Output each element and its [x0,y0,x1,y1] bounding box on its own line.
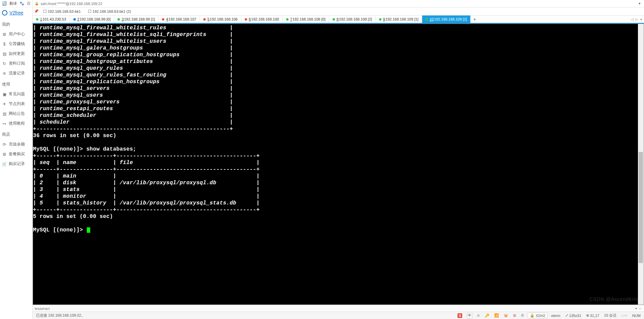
status-net-icon[interactable]: 📶 [493,313,500,318]
terminal-scrollbar[interactable] [638,24,644,305]
status-ime-s[interactable]: S [456,313,464,318]
connection-tab[interactable]: 5 192.168.168.106 [200,15,241,23]
status-gear-icon[interactable]: ⚙ [519,313,526,318]
address-text: ssh://root:******@192.168.168.109:22 [41,2,635,6]
sidebar-section-title: 商店 [0,128,32,139]
connection-status-dot-icon [245,18,247,21]
sidebar-item-purchase-log[interactable]: 🛒购买记录 [0,159,32,169]
sidebar-item-subscribe-icon: ↻ [2,61,7,66]
terminal-prompt[interactable]: MySQL [(none)]> [33,227,644,233]
target-icon: ⊕ [586,313,589,318]
status-bar: 已连接 192.168.168.109:22。 S 中 あ 🔑 📶 🐷 ⊞ ⚙ … [33,312,644,319]
connection-status-dot-icon [162,18,164,21]
sidebar-item-subscribe[interactable]: ↻资料订阅 [0,59,32,68]
sidebar-item-label: 节点列表 [9,101,25,107]
sidebar-item-referral[interactable]: $引荐赚钱 [0,39,32,49]
connection-tab[interactable]: 7 192.168.168.108 [0] [283,15,329,23]
connection-status-dot-icon [333,18,335,21]
status-sessions: 10 会话 [603,313,618,318]
lock-small-icon: 🔒 [530,313,535,318]
terminal[interactable]: | runtime_mysql_firewall_whitelist_rules… [33,24,644,305]
sidebar-logo[interactable]: V2free [0,7,32,18]
add-connection-button[interactable]: + [471,17,479,22]
close-panel-icon[interactable]: – [638,307,642,310]
sidebar-item-label: 用户中心 [9,31,25,37]
status-emoji-icon[interactable]: 🐷 [502,313,510,318]
sidebar-item-label: 如何更新 [9,51,25,57]
status-grid-icon[interactable]: ⊞ [512,313,517,318]
tab-nav-right-icon[interactable]: ▷ [635,18,639,21]
sidebar-top-tabs: 🔄 翻译 🐾 百 [0,0,32,7]
address-menu-button[interactable]: ▾ [637,1,642,6]
connection-tab[interactable]: 8 192.168.168.108 [2] [329,15,376,23]
sidebar-item-user-center-icon: ⊞ [2,32,7,37]
status-connected: 已连接 192.168.168.109:22。 [35,313,86,318]
sidebar-item-recharge[interactable]: ⟳充值余额 [0,139,32,149]
connection-status-dot-icon [379,18,381,21]
key-icon[interactable]: 🔑 [483,313,491,318]
sidebar-item-site-notice[interactable]: ▤网站公告 [0,109,32,119]
pin-icon[interactable]: 📌 [34,9,38,13]
connection-tab-label: 8 192.168.168.108 [2] [337,17,372,21]
sidebar-tab-translate[interactable]: 翻译 [9,1,17,6]
connection-tab[interactable]: 9 192.168.168.109 [1] [376,15,422,23]
sidebar-item-referral-icon: $ [2,42,7,46]
connection-status-dot-icon [73,18,76,21]
translate-icon: 🔄 [2,1,7,6]
globe-icon [2,10,7,15]
sidebar-item-traffic-log-icon: ≋ [2,71,7,76]
sidebar-item-faq[interactable]: ▣常见问题 [0,89,32,99]
sidebar-item-recharge-icon: ⟳ [2,142,7,147]
connection-tab-label: 6 192.168.168.100 [249,17,279,21]
sidebar-item-node-list[interactable]: ✈节点列表 [0,99,32,109]
below-term-label: tesseract [35,307,50,311]
status-cursor-pos: ⊕ 31,17 [585,313,601,318]
sidebar-item-faq-icon: ▣ [2,92,7,97]
sidebar-logo-text: V2free [9,10,23,15]
session-tab-bar: 📌 192.168.168.63-bk1192.168.168.63-bk1 (… [33,7,644,15]
connection-tab[interactable]: 4 192.168.168.107 [159,15,200,23]
tab-nav-menu-icon[interactable]: ▾ [640,18,643,21]
connection-tab-label: 2 192.168.168.99 [0] [77,17,111,21]
sidebar-item-tutorial-icon: ↦ [2,121,7,126]
sidebar-item-traffic-log[interactable]: ≋流量记录 [0,68,32,78]
sidebar-section-title: 我的 [0,18,32,29]
sidebar-item-purchase-log-icon: 🛒 [2,162,7,166]
sidebar-section-title: 使用 [0,78,32,89]
tab-nav-left-icon[interactable]: ◁ [630,18,634,21]
baidu-paw-icon: 🐾 [20,1,24,6]
connection-tab[interactable]: 1 101.43.230.53 [33,15,70,23]
connection-tab-label: 9 192.168.168.109 [1] [383,17,418,21]
connection-tab-label: 3 192.168.168.99 [1] [122,17,155,21]
status-ssh[interactable]: 🔒SSH2 [528,313,548,318]
sidebar-item-label: 购买记录 [9,161,25,167]
connection-tab-label: 7 192.168.168.108 [0] [290,17,326,21]
connection-status-dot-icon [203,18,206,21]
sidebar-item-label: 常见问题 [9,91,25,97]
sidebar-item-plan-buy-icon: ⊞ [2,152,7,157]
sidebar-item-tutorial[interactable]: ↦使用教程 [0,119,32,128]
status-ime-abc[interactable]: あ [476,313,481,318]
resize-icon: ⤢ [565,313,568,318]
connection-tab-nav: ◁ ▷ ▾ [629,18,644,21]
connection-status-dot-icon [426,18,428,21]
sidebar-tab-baidu[interactable]: 百 [27,1,31,6]
status-ime-cn[interactable]: 中 [466,313,474,318]
sidebar-item-user-center[interactable]: ⊞用户中心 [0,29,32,39]
scrollbar-thumb[interactable] [639,152,643,263]
minimize-panel-icon[interactable]: ▾ [634,307,638,310]
connection-tab[interactable]: 10 192.168.168.109 [2] [422,15,471,23]
watermark-text: CSDN @AscendKing [590,296,640,302]
sidebar-item-node-list-icon: ✈ [2,102,7,106]
session-tab[interactable]: 192.168.168.63-bk1 [41,9,83,14]
sidebar-item-howto-update[interactable]: ▤如何更新 [0,49,32,59]
status-term-size: ⤢ 135x31 [564,313,583,318]
sidebar-item-label: 网站公告 [9,111,25,117]
connection-tab[interactable]: 6 192.168.168.100 [241,15,283,23]
sidebar-item-site-notice-icon: ▤ [2,111,7,116]
connection-tab[interactable]: 3 192.168.168.99 [1] [114,15,159,23]
below-terminal-bar: tesseract ▾ – [33,305,644,312]
sidebar-item-plan-buy[interactable]: ⊞套餐购买 [0,149,32,159]
session-tab[interactable]: 192.168.168.63-bk1 (2) [86,9,133,14]
connection-tab[interactable]: 2 192.168.168.99 [0] [70,15,114,23]
